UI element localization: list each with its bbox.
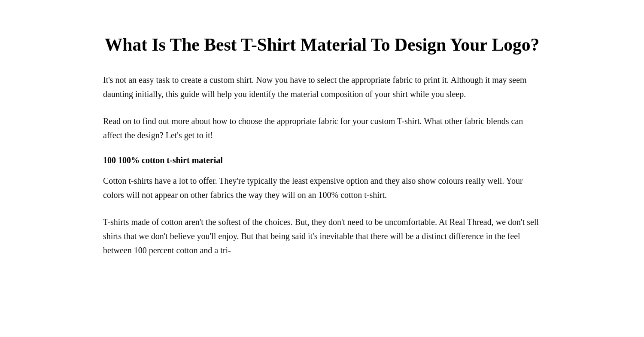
paragraph-intro2: Read on to find out more about how to ch… [103,114,541,143]
paragraph-intro1: It's not an easy task to create a custom… [103,73,541,101]
article-title: What Is The Best T-Shirt Material To Des… [103,34,541,56]
paragraph-cotton2: T-shirts made of cotton aren't the softe… [103,215,541,258]
paragraph-cotton1: Cotton t-shirts have a lot to offer. The… [103,174,541,202]
page-container: What Is The Best T-Shirt Material To Des… [77,0,567,283]
section-heading-cotton: 100 100% cotton t-shirt material [103,155,541,165]
